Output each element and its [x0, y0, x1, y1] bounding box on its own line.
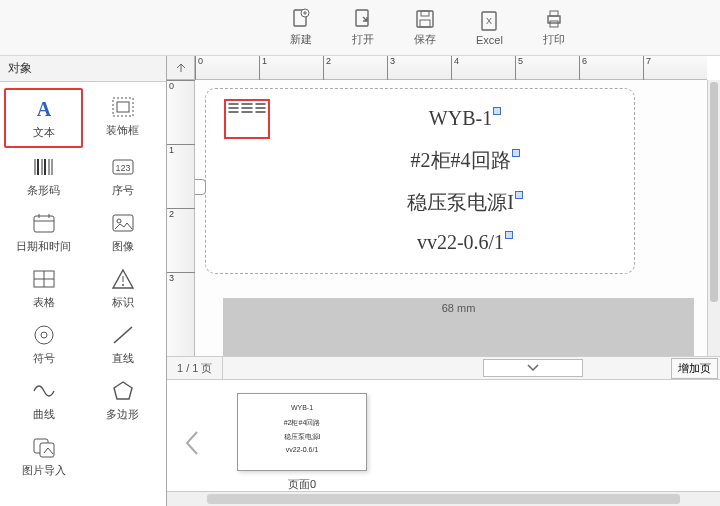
anchor-icon	[493, 107, 501, 115]
object-symbol[interactable]: 符号	[4, 316, 83, 372]
sidebar-title: 对象	[0, 56, 166, 82]
text-icon: A	[30, 96, 58, 122]
table-icon	[30, 266, 58, 292]
svg-rect-4	[421, 11, 429, 16]
card-checkbox[interactable]	[195, 179, 206, 195]
svg-rect-5	[420, 20, 430, 27]
label-card[interactable]: WYB-1 #2柜#4回路 稳压泵电源I vv22-0.6/1	[205, 88, 635, 274]
svg-rect-3	[417, 11, 433, 27]
new-button[interactable]: 新建	[290, 8, 312, 47]
object-sidebar: 对象 A 文本 装饰框 条形码 123 序号 日期和时间	[0, 56, 167, 506]
new-file-icon	[290, 8, 312, 30]
curve-icon	[30, 378, 58, 404]
object-imgimport[interactable]: 图片导入	[4, 428, 83, 484]
vertical-scrollbar[interactable]	[707, 80, 720, 356]
serial-icon: 123	[109, 154, 137, 180]
anchor-icon	[512, 149, 520, 157]
toolbar-label: 新建	[290, 32, 312, 47]
svg-text:X: X	[486, 16, 492, 26]
print-icon	[543, 8, 565, 30]
toolbar-label: 打印	[543, 32, 565, 47]
svg-point-32	[122, 284, 124, 286]
object-serial[interactable]: 123 序号	[83, 148, 162, 204]
thumbnail-caption: 页面0	[288, 477, 316, 492]
svg-text:A: A	[36, 98, 51, 120]
import-icon	[30, 434, 58, 460]
thumbnail-strip: WYB-1 #2柜#4回路 稳压泵电源I vv22-0.6/1 页面0	[167, 380, 720, 506]
svg-text:123: 123	[115, 163, 130, 173]
symbol-icon	[30, 322, 58, 348]
ruler-corner[interactable]	[167, 56, 195, 80]
barcode-icon	[30, 154, 58, 180]
object-image[interactable]: 图像	[83, 204, 162, 260]
object-datetime[interactable]: 日期和时间	[4, 204, 83, 260]
save-icon	[414, 8, 436, 30]
thumbnail-preview: WYB-1 #2柜#4回路 稳压泵电源I vv22-0.6/1	[237, 393, 367, 471]
selection-handles[interactable]	[224, 99, 270, 139]
anchor-icon	[515, 191, 523, 199]
page-thumbnail[interactable]: WYB-1 #2柜#4回路 稳压泵电源I vv22-0.6/1 页面0	[227, 393, 377, 492]
print-button[interactable]: 打印	[543, 8, 565, 47]
object-text[interactable]: A 文本	[4, 88, 83, 148]
object-barcode[interactable]: 条形码	[4, 148, 83, 204]
svg-marker-36	[114, 382, 132, 399]
add-page-button[interactable]: 增加页	[671, 358, 718, 379]
canvas-area: 0 1 2 3 4 5 6 7 0 1 2 3 WYB-1 #2柜#4回路 稳压…	[167, 56, 720, 506]
save-button[interactable]: 保存	[414, 8, 436, 47]
canvas-viewport[interactable]: WYB-1 #2柜#4回路 稳压泵电源I vv22-0.6/1 68 mm	[195, 80, 707, 356]
object-curve[interactable]: 曲线	[4, 372, 83, 428]
label-text-2[interactable]: #2柜#4回路	[326, 147, 604, 174]
open-file-icon	[352, 8, 374, 30]
anchor-icon	[505, 231, 513, 239]
horizontal-scrollbar[interactable]	[167, 491, 720, 506]
svg-point-27	[117, 219, 121, 223]
toolbar-label: 打开	[352, 32, 374, 47]
frame-icon	[109, 94, 137, 120]
warning-icon	[109, 266, 137, 292]
label-text-4[interactable]: vv22-0.6/1	[326, 231, 604, 254]
image-icon	[109, 210, 137, 236]
toolbar-label: Excel	[476, 34, 503, 46]
excel-icon: X	[478, 10, 500, 32]
svg-rect-12	[113, 98, 133, 116]
object-polygon[interactable]: 多边形	[83, 372, 162, 428]
object-table[interactable]: 表格	[4, 260, 83, 316]
svg-rect-22	[34, 216, 54, 232]
object-line[interactable]: 直线	[83, 316, 162, 372]
excel-button[interactable]: X Excel	[476, 10, 503, 46]
top-toolbar: 新建 打开 保存 X Excel 打印	[0, 0, 720, 56]
ruler-horizontal: 0 1 2 3 4 5 6 7	[195, 56, 707, 80]
page-bar: 1 / 1 页 增加页	[167, 356, 720, 380]
polygon-icon	[109, 378, 137, 404]
dimension-label: 68 mm	[442, 302, 476, 314]
object-warning[interactable]: 标识	[83, 260, 162, 316]
svg-line-35	[114, 327, 132, 343]
svg-point-33	[35, 326, 53, 344]
object-frame[interactable]: 装饰框	[83, 88, 162, 148]
open-button[interactable]: 打开	[352, 8, 374, 47]
svg-rect-13	[117, 102, 129, 112]
datetime-icon	[30, 210, 58, 236]
thumb-prev-button[interactable]	[177, 418, 207, 468]
svg-point-34	[41, 332, 47, 338]
chevron-down-icon	[526, 363, 540, 373]
svg-rect-9	[550, 11, 558, 16]
canvas-outside: 68 mm	[223, 298, 694, 356]
toolbar-label: 保存	[414, 32, 436, 47]
label-text-3[interactable]: 稳压泵电源I	[326, 189, 604, 216]
svg-rect-2	[356, 10, 368, 26]
page-count: 1 / 1 页	[167, 357, 223, 379]
page-dropdown[interactable]	[483, 359, 583, 377]
svg-rect-10	[550, 21, 558, 27]
label-text-1[interactable]: WYB-1	[326, 107, 604, 130]
line-icon	[109, 322, 137, 348]
